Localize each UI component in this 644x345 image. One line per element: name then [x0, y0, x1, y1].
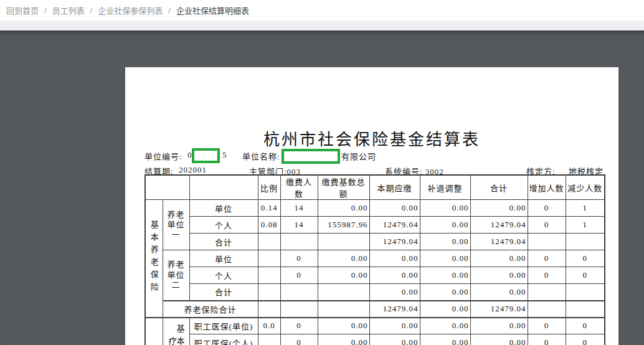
column-header: 比例 — [258, 175, 280, 200]
table-cell — [318, 284, 369, 301]
unit-code-suffix: 5 — [222, 150, 227, 160]
table-cell: 0.00 — [369, 334, 420, 345]
row-group-pension-unit1: 养老单位一 — [163, 200, 189, 250]
table-cell: 0.00 — [369, 267, 420, 284]
table-cell: 12479.04 — [369, 217, 420, 234]
row-label: 个人 — [189, 217, 258, 234]
row-label: 合计 — [189, 284, 258, 301]
table-cell — [318, 301, 369, 318]
table-cell: 0.00 — [420, 301, 470, 318]
breadcrumb-item-insurance-list[interactable]: 企业社保参保列表 — [98, 4, 163, 16]
table-cell: 0 — [566, 318, 605, 334]
table-cell — [258, 334, 280, 345]
table-cell: 0.00 — [470, 318, 528, 334]
table-cell: 12479.04 — [470, 217, 528, 234]
table-cell: 0 — [528, 267, 566, 284]
table-cell: 0.00 — [369, 284, 420, 301]
table-cell: 0.08 — [258, 217, 280, 234]
table-cell: 1 — [566, 200, 605, 217]
table-cell: 0.00 — [318, 334, 369, 345]
table-cell: 0.00 — [470, 334, 528, 345]
table-cell: 14 — [280, 217, 318, 234]
table-cell: 12479.04 — [369, 234, 420, 250]
table-cell: 0.00 — [470, 200, 528, 217]
toolbar-strip — [0, 21, 644, 31]
column-header: 补退调整 — [420, 175, 470, 200]
table-cell — [528, 284, 566, 301]
row-label: 职工医保(个人) — [189, 334, 258, 345]
table-cell — [258, 284, 280, 301]
table-row: 个人 0.08 14 155987.96 12479.04 0.00 12479… — [145, 217, 605, 234]
row-group-medical-outer — [145, 318, 163, 345]
table-cell: 0 — [280, 334, 318, 345]
redaction-box — [282, 149, 340, 164]
table-corner-cell — [189, 175, 258, 200]
table-cell: 0.00 — [318, 200, 369, 217]
table-cell: 0 — [528, 200, 566, 217]
table-row: 职工医保(个人) 0 0.00 0.00 0.00 0.00 0 0 — [145, 334, 605, 345]
document-page: 杭州市社会保险基金结算表 单位编号: 0 5 单位名称: 有限公司 结算期: 2… — [125, 67, 618, 345]
row-label: 单位 — [189, 250, 258, 267]
row-group-medical: 基本医疗 — [163, 318, 189, 345]
table-row: 合计 0.00 0.00 0.00 — [145, 284, 605, 301]
table-row: 养老单位二 单位 0 0.00 0.00 0.00 0.00 0 0 — [145, 250, 605, 267]
table-row: 基本养老保险 养老单位一 单位 0.14 14 0.00 0.00 0.00 0… — [145, 200, 605, 217]
table-cell: 0 — [566, 250, 605, 267]
table-cell: 0 — [566, 267, 605, 284]
breadcrumb-item-employee-list[interactable]: 员工列表 — [52, 4, 85, 16]
table-cell: 0.00 — [420, 217, 470, 234]
row-group-pension: 基本养老保险 — [145, 200, 163, 318]
table-cell: 0 — [528, 250, 566, 267]
table-cell: 0 — [528, 334, 566, 345]
table-cell: 0.00 — [369, 250, 420, 267]
table-cell: 0.0 — [258, 318, 280, 334]
table-cell: 0.14 — [258, 200, 280, 217]
table-cell: 155987.96 — [318, 217, 369, 234]
table-cell — [528, 234, 566, 250]
table-cell: 0.00 — [470, 267, 528, 284]
table-cell — [566, 301, 605, 318]
table-cell — [566, 234, 605, 250]
table-cell: 0.00 — [470, 284, 528, 301]
table-cell: 0.00 — [420, 334, 470, 345]
table-cell: 14 — [280, 200, 318, 217]
breadcrumb-separator: / — [168, 6, 171, 15]
table-cell: 0.00 — [420, 200, 470, 217]
table-cell: 0.00 — [369, 318, 420, 334]
breadcrumb-item-settlement-detail: 企业社保结算明细表 — [176, 4, 249, 16]
column-header: 合计 — [470, 175, 528, 200]
table-cell — [318, 234, 369, 250]
table-cell — [258, 301, 280, 318]
table-cell — [280, 301, 318, 318]
table-cell: 12479.04 — [470, 234, 528, 250]
breadcrumb-separator: / — [90, 6, 93, 15]
table-row-pension-total: 养老保险合计 12479.04 0.00 12479.04 — [145, 301, 605, 318]
table-cell: 0.00 — [420, 318, 470, 334]
row-label: 职工医保(单位) — [189, 318, 258, 334]
table-cell — [280, 284, 318, 301]
table-cell: 0.00 — [470, 250, 528, 267]
table-cell: 0.00 — [420, 267, 470, 284]
table-cell: 0.00 — [420, 234, 470, 250]
unit-code-label: 单位编号: — [144, 150, 182, 162]
table-row: 个人 0 0.00 0.00 0.00 0.00 0 0 — [145, 267, 605, 284]
period-value: 202001 — [179, 165, 207, 175]
table-row: 基本医疗 职工医保(单位) 0.0 0 0.00 0.00 0.00 0.00 … — [145, 318, 605, 334]
table-cell — [258, 234, 280, 250]
table-cell — [258, 250, 280, 267]
table-cell: 0.00 — [318, 267, 369, 284]
table-row: 合计 12479.04 0.00 12479.04 — [145, 234, 605, 250]
unit-name-suffix: 有限公司 — [341, 150, 376, 162]
document-viewer[interactable]: 杭州市社会保险基金结算表 单位编号: 0 5 单位名称: 有限公司 结算期: 2… — [0, 31, 644, 345]
table-cell: 1 — [566, 217, 605, 234]
row-label: 合计 — [189, 234, 258, 250]
table-cell: 0 — [528, 217, 566, 234]
breadcrumb-item-home[interactable]: 回到首页 — [6, 4, 39, 16]
breadcrumb-separator: / — [44, 6, 47, 15]
table-cell: 0.00 — [420, 284, 470, 301]
column-header: 减少人数 — [566, 175, 605, 200]
settlement-table: 比例 缴费人数 缴费基数总额 本期应缴 补退调整 合计 增加人数 减少人数 基本… — [144, 174, 605, 345]
column-header: 增加人数 — [528, 175, 566, 200]
column-header: 本期应缴 — [369, 175, 420, 200]
breadcrumb: 回到首页 / 员工列表 / 企业社保参保列表 / 企业社保结算明细表 — [0, 0, 644, 21]
